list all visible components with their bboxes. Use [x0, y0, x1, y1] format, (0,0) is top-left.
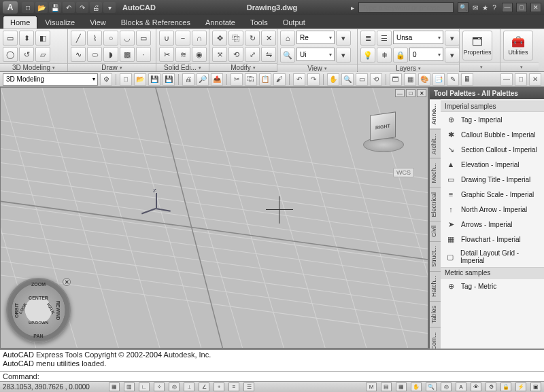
palette-item[interactable]: ▢Detail Layout Grid - Imperial: [441, 247, 544, 267]
palette-item[interactable]: ≡Graphic Scale - Imperial: [441, 187, 544, 202]
close-button[interactable]: ✕: [530, 3, 541, 12]
visual-style-combo[interactable]: Re: [296, 31, 335, 44]
wheel-walk[interactable]: WALK: [46, 302, 56, 315]
move-icon[interactable]: ✥: [212, 31, 227, 46]
view-cube[interactable]: RIGHT: [360, 108, 407, 156]
favorites-icon[interactable]: ★: [482, 4, 488, 12]
imprint-icon[interactable]: ◉: [192, 47, 207, 62]
wheel-zoom[interactable]: ZOOM: [31, 282, 46, 287]
properties-button[interactable]: 🗔Properties: [462, 31, 492, 60]
layer-lock-icon[interactable]: 🔒: [393, 48, 408, 63]
palette-tab-electrical[interactable]: Electrical: [430, 188, 441, 221]
view-drop2-icon[interactable]: ▾: [336, 48, 351, 63]
tb-open-icon[interactable]: 📂: [134, 73, 146, 86]
spline-icon[interactable]: ∿: [71, 47, 86, 62]
snap-toggle[interactable]: ▦: [109, 382, 120, 391]
ellipse-icon[interactable]: ⬭: [87, 47, 102, 62]
qat-print-icon[interactable]: 🖨: [90, 2, 102, 13]
tb-cut-icon[interactable]: ✂: [231, 73, 243, 86]
qat-new-icon[interactable]: □: [22, 2, 34, 13]
steering-wheel[interactable]: ZOOM PAN ORBIT REWIND CENTER WALK UP/DOW…: [6, 278, 71, 342]
line-icon[interactable]: ╱: [71, 31, 86, 46]
view-cube-face[interactable]: RIGHT: [370, 111, 396, 141]
polyline-icon[interactable]: ⌇: [87, 31, 102, 46]
layer-ext-icon[interactable]: ▾: [445, 31, 460, 46]
polysolid-icon[interactable]: ◧: [35, 31, 50, 46]
tb-doc-max-icon[interactable]: □: [515, 73, 527, 86]
wheel-rewind[interactable]: REWIND: [55, 300, 60, 319]
qp-toggle[interactable]: ☰: [243, 382, 254, 391]
qat-redo-icon[interactable]: ↷: [76, 2, 88, 13]
qat-open-icon[interactable]: 📂: [35, 2, 48, 13]
tab-view[interactable]: View: [82, 16, 114, 29]
hatch-icon[interactable]: ▩: [120, 47, 135, 62]
ellipse-arc-icon[interactable]: ◗: [103, 47, 118, 62]
tb-zoomw-icon[interactable]: ▭: [356, 73, 368, 86]
rectangle-icon[interactable]: ▭: [136, 31, 151, 46]
panel-label-view[interactable]: View: [277, 64, 357, 72]
tb-qcalc-icon[interactable]: 🖩: [461, 73, 473, 86]
tab-annotate[interactable]: Annotate: [198, 16, 243, 29]
subtract-icon[interactable]: −: [175, 31, 190, 46]
clean-screen-icon[interactable]: ▣: [530, 382, 541, 391]
tab-home[interactable]: Home: [3, 16, 37, 29]
panel-label-modeling[interactable]: 3D Modeling: [0, 63, 67, 71]
tb-publish-icon[interactable]: 📤: [211, 73, 223, 86]
tab-output[interactable]: Output: [275, 16, 313, 29]
tb-toolpal-icon[interactable]: 🎨: [418, 73, 430, 86]
view-drop-icon[interactable]: ▾: [336, 31, 351, 46]
mirror-icon[interactable]: ⇋: [261, 47, 276, 62]
annoscale-icon[interactable]: A: [456, 382, 466, 391]
wheel-look[interactable]: LOOK: [18, 302, 28, 315]
palette-item[interactable]: ⊕Tag - Metric: [441, 279, 544, 293]
revolve-icon[interactable]: ↺: [19, 47, 34, 62]
wheel-status-icon[interactable]: ◎: [441, 382, 452, 391]
search-icon[interactable]: 🔍: [458, 2, 469, 13]
infocenter-arrow-icon[interactable]: ▸: [351, 4, 354, 12]
erase-icon[interactable]: ✕: [261, 31, 276, 46]
palette-item[interactable]: ✱Callout Bubble - Imperial: [441, 127, 544, 142]
wheel-pan[interactable]: PAN: [33, 334, 43, 338]
pan-status-icon[interactable]: ✋: [411, 382, 422, 391]
minimize-button[interactable]: —: [502, 3, 513, 12]
panel-label-layers[interactable]: Layers: [358, 64, 459, 72]
planar-icon[interactable]: ▱: [35, 47, 50, 62]
layout-quickview-icon[interactable]: ▤: [381, 382, 392, 391]
tb-paste-icon[interactable]: 📋: [259, 73, 271, 86]
arc-icon[interactable]: ◡: [120, 31, 135, 46]
layer-props-icon[interactable]: ≣: [360, 31, 375, 46]
palette-item[interactable]: ▲Elevation - Imperial: [441, 157, 544, 172]
tb-copy-icon[interactable]: ⿻: [245, 73, 257, 86]
view-cube-compass[interactable]: [363, 137, 404, 152]
palette-title[interactable]: Tool Palettes - All Palettes: [430, 87, 544, 99]
tb-plot-icon[interactable]: 🖨: [182, 73, 194, 86]
tb-doc-min-icon[interactable]: —: [500, 73, 513, 86]
panel-label-properties[interactable]: [460, 62, 500, 71]
3dmove-icon[interactable]: ⤧: [212, 47, 227, 62]
qat-dropdown-icon[interactable]: ▾: [103, 2, 116, 13]
rotate-icon[interactable]: ↻: [245, 31, 260, 46]
coords-readout[interactable]: 283.1053, 390.7626 , 0.0000: [3, 383, 105, 391]
utilities-button[interactable]: 🧰Utilities: [503, 31, 533, 60]
tb-doc-close-icon[interactable]: ✕: [529, 73, 541, 86]
tb-zoomprev-icon[interactable]: ⟲: [370, 73, 382, 86]
maximize-button[interactable]: □: [516, 3, 527, 12]
palette-list[interactable]: Imperial samples⊕Tag - Imperial✱Callout …: [441, 99, 544, 349]
polar-toggle[interactable]: ✧: [154, 382, 165, 391]
lwt-toggle[interactable]: ≡: [228, 382, 239, 391]
comm-center-icon[interactable]: ✉: [473, 4, 478, 12]
tab-visualize[interactable]: Visualize: [37, 16, 82, 29]
tb-new-icon[interactable]: □: [120, 73, 132, 86]
ws-gear-icon[interactable]: ⚙: [100, 73, 112, 86]
tb-dcenter-icon[interactable]: ▦: [404, 73, 416, 86]
3drotate-icon[interactable]: ⟲: [228, 47, 243, 62]
tb-match-icon[interactable]: 🖌: [273, 73, 286, 86]
tb-markup-icon[interactable]: ✎: [447, 73, 459, 86]
lock-ui-icon[interactable]: 🔒: [500, 382, 511, 391]
tb-preview-icon[interactable]: 🔎: [197, 73, 209, 86]
intersect-icon[interactable]: ∩: [192, 31, 207, 46]
layer-ext2-icon[interactable]: ▾: [445, 48, 460, 63]
named-view-combo[interactable]: Ui: [296, 48, 335, 61]
annovis-icon[interactable]: 👁: [471, 382, 481, 391]
tb-sheet-icon[interactable]: 📑: [432, 73, 445, 86]
